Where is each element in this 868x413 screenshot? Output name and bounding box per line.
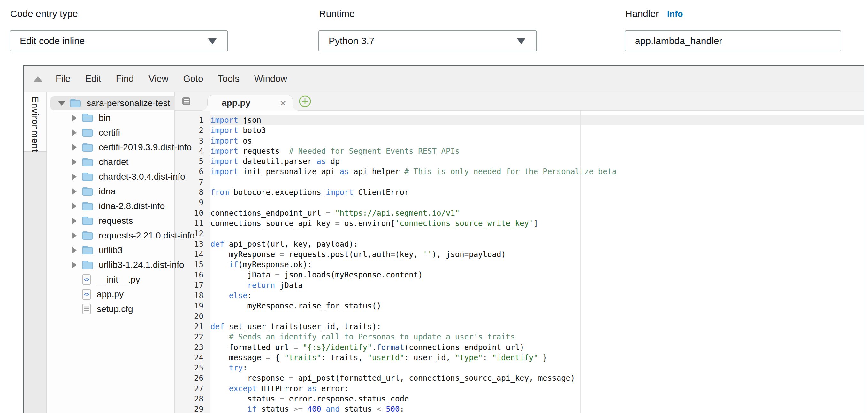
chevron-collapsed-icon[interactable] [72,114,76,121]
code-line-2[interactable]: import boto3 [211,125,864,136]
code-line-26[interactable]: response = api_post(formatted_url, conne… [211,373,864,383]
chevron-collapsed-icon[interactable] [72,217,76,225]
folder-icon [82,172,94,182]
folder-icon [82,260,94,270]
line-number: 25 [175,363,211,373]
code-line-18[interactable]: else: [211,291,864,301]
folder-icon [82,113,94,123]
code-entry-type-value: Edit code inline [20,35,85,46]
chevron-expanded-icon[interactable] [58,101,65,106]
code-line-10[interactable]: connections_endpoint_url = "https://api.… [211,208,864,218]
tree-folder-requests-2.21.0.dist-info[interactable]: requests-2.21.0.dist-info [46,228,174,243]
code-line-15[interactable]: if(myResponse.ok): [211,260,864,270]
menu-item-view[interactable]: View [149,73,168,84]
svg-text:<>: <> [84,277,89,283]
file-tree: sara-personalize-test bin certifi certif… [46,92,174,413]
line-number: 21 [175,322,211,332]
tree-folder-certifi[interactable]: certifi [46,125,174,140]
tree-root-folder[interactable]: sara-personalize-test [46,96,174,111]
code-line-9[interactable] [211,198,864,208]
code-line-23[interactable]: formatted_url = "{:s}/identify".format(c… [211,342,864,353]
code-line-17[interactable]: return jData [211,281,864,291]
tab-title: app.py [222,98,250,108]
code-line-5[interactable]: import dateutil.parser as dp [211,156,864,167]
code-line-12[interactable] [211,229,864,239]
close-tab-icon[interactable]: × [280,97,286,108]
runtime-label: Runtime [319,8,355,19]
menu-item-tools[interactable]: Tools [218,73,240,84]
code-line-20[interactable] [211,311,864,322]
tree-folder-idna[interactable]: idna [46,184,174,199]
chevron-collapsed-icon[interactable] [72,262,76,268]
tree-folder-certifi-2019.3.9.dist-info[interactable]: certifi-2019.3.9.dist-info [46,140,174,155]
code-line-13[interactable]: def api_post(url, key, payload): [211,239,864,249]
tree-folder-idna-2.8.dist-info[interactable]: idna-2.8.dist-info [46,199,174,213]
code-line-7[interactable] [211,177,864,187]
tab-app-py[interactable]: app.py × [207,95,293,111]
new-tab-button[interactable] [299,95,311,108]
tree-folder-chardet-3.0.4.dist-info[interactable]: chardet-3.0.4.dist-info [46,170,174,184]
code-line-16[interactable]: jData = json.loads(myResponse.content) [211,270,864,280]
code-line-4[interactable]: import requests # Needed for Segment Eve… [211,146,864,156]
tree-file-setup.cfg[interactable]: setup.cfg [46,302,174,317]
menu-item-find[interactable]: Find [116,73,134,84]
code-entry-type-select[interactable]: Edit code inline [9,30,228,52]
line-number: 9 [175,198,211,208]
chevron-collapsed-icon[interactable] [72,247,76,254]
chevron-collapsed-icon[interactable] [72,158,76,166]
line-number: 8 [175,187,211,198]
code-line-21[interactable]: def set_user_traits(user_id, traits): [211,322,864,332]
code-line-1[interactable]: import json [211,115,864,125]
code-line-28[interactable]: status = error.response.status_code [211,394,864,404]
tree-item-label: urllib3-1.24.1.dist-info [99,260,184,270]
tree-folder-urllib3[interactable]: urllib3 [46,243,174,258]
tab-list-icon[interactable] [180,96,191,108]
handler-label: HandlerInfo [625,8,683,19]
menu-item-file[interactable]: File [56,73,70,84]
runtime-select[interactable]: Python 3.7 [318,30,537,52]
code-line-25[interactable]: try: [211,363,864,373]
code-line-8[interactable]: from botocore.exceptions import ClientEr… [211,187,864,198]
handler-info-link[interactable]: Info [667,9,683,19]
folder-icon [82,201,94,211]
tree-file-app.py[interactable]: <> app.py [46,287,174,302]
folder-icon [69,98,82,108]
handler-value: app.lambda_handler [635,35,722,46]
chevron-collapsed-icon[interactable] [72,188,76,195]
collapse-editor-icon[interactable] [34,76,42,82]
chevron-collapsed-icon[interactable] [72,173,76,180]
menu-item-window[interactable]: Window [254,73,287,84]
code-line-24[interactable]: message = { "traits": traits, "userId": … [211,353,864,363]
line-number: 29 [175,404,211,413]
tree-folder-urllib3-1.24.1.dist-info[interactable]: urllib3-1.24.1.dist-info [46,258,174,272]
tree-item-label: chardet [99,157,128,167]
menu-item-goto[interactable]: Goto [183,73,203,84]
folder-icon [82,127,94,138]
chevron-collapsed-icon[interactable] [72,144,76,151]
chevron-collapsed-icon[interactable] [72,232,76,239]
tree-folder-bin[interactable]: bin [46,111,174,125]
code-line-11[interactable]: connections_source_api_key = os.environ[… [211,218,864,229]
code-line-3[interactable]: import os [211,136,864,146]
handler-input[interactable]: app.lambda_handler [625,30,841,52]
code-line-22[interactable]: # Sends an identify call to Personas to … [211,332,864,342]
code-line-19[interactable]: myResponse.raise_for_status() [211,301,864,311]
chevron-collapsed-icon[interactable] [72,129,76,136]
code-line-29[interactable]: if status >= 400 and status < 500: [211,404,864,413]
svg-text:<>: <> [84,292,89,297]
environment-tab-label: Environment [30,96,40,151]
line-number: 5 [175,156,211,167]
tree-folder-chardet[interactable]: chardet [46,155,174,170]
tree-item-label: app.py [97,289,124,299]
code-content[interactable]: import jsonimport boto3import osimport r… [211,111,864,413]
chevron-collapsed-icon[interactable] [72,203,76,210]
code-line-6[interactable]: import init_personalize_api as api_helpe… [211,167,864,177]
line-number: 1 [175,115,211,125]
menu-item-edit[interactable]: Edit [85,73,101,84]
environment-tab[interactable]: Environment [24,92,46,151]
line-number: 18 [175,291,211,301]
code-line-14[interactable]: myResponse = requests.post(url,auth=(key… [211,249,864,260]
tree-file-__init__.py[interactable]: <> __init__.py [46,272,174,287]
code-line-27[interactable]: except HTTPError as error: [211,384,864,394]
tree-folder-requests[interactable]: requests [46,213,174,228]
